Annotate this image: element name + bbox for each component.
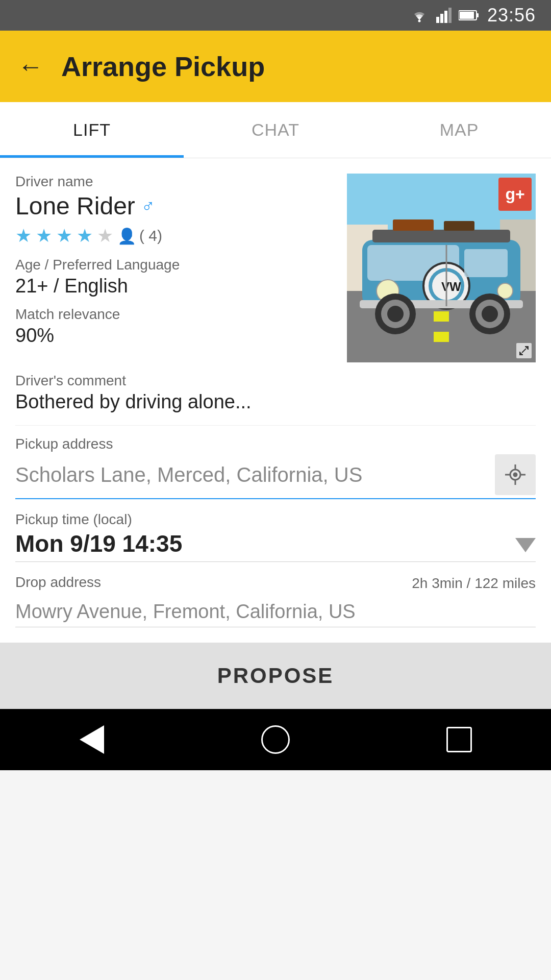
comment-label: Driver's comment — [15, 373, 536, 389]
svg-rect-4 — [448, 8, 452, 23]
svg-line-37 — [522, 349, 526, 353]
star-4: ★ — [77, 225, 93, 247]
driver-section: Driver name Lone Rider ♂ ★ ★ ★ ★ ★ 👤 ( 4… — [15, 174, 536, 362]
nav-recents-button[interactable] — [439, 719, 480, 760]
svg-rect-35 — [464, 249, 508, 277]
battery-icon — [459, 10, 479, 21]
svg-point-0 — [418, 20, 420, 22]
tab-map[interactable]: MAP — [367, 102, 551, 158]
main-content: Driver name Lone Rider ♂ ★ ★ ★ ★ ★ 👤 ( 4… — [0, 158, 551, 709]
pickup-time-section: Pickup time (local) Mon 9/19 14:35 — [15, 511, 536, 562]
drop-header-row: Drop address 2h 3min / 122 miles — [15, 574, 536, 593]
driver-name: Lone Rider — [15, 192, 135, 220]
signal-icon — [436, 8, 452, 23]
svg-rect-19 — [393, 219, 434, 231]
back-arrow-icon: ← — [18, 54, 43, 79]
pickup-address-section: Pickup address — [15, 436, 536, 499]
svg-point-43 — [514, 473, 517, 476]
drop-address-section: Drop address 2h 3min / 122 miles — [15, 574, 536, 627]
app-bar-title: Arrange Pickup — [61, 51, 265, 82]
svg-rect-7 — [460, 12, 474, 19]
svg-rect-3 — [444, 11, 447, 23]
svg-point-34 — [482, 306, 498, 322]
pickup-time-label: Pickup time (local) — [15, 511, 536, 528]
status-time: 23:56 — [487, 5, 536, 26]
nav-bar — [0, 709, 551, 770]
svg-rect-18 — [372, 230, 510, 242]
back-button[interactable]: ← — [15, 51, 46, 82]
match-label: Match relevance — [15, 306, 337, 323]
tab-chat[interactable]: CHAT — [184, 102, 367, 158]
google-plus-button[interactable]: g+ — [498, 178, 532, 211]
driver-info: Driver name Lone Rider ♂ ★ ★ ★ ★ ★ 👤 ( 4… — [15, 174, 337, 362]
svg-point-31 — [387, 306, 404, 322]
age-language-section: Age / Preferred Language 21+ / English — [15, 257, 337, 297]
tab-lift[interactable]: LIFT — [0, 102, 184, 158]
nav-recents-icon — [446, 727, 472, 752]
svg-rect-11 — [434, 311, 449, 322]
star-2: ★ — [36, 225, 52, 247]
pickup-time-value: Mon 9/19 14:35 — [15, 530, 515, 557]
age-language-label: Age / Preferred Language — [15, 257, 337, 273]
comment-text: Bothered by driving alone... — [15, 391, 536, 413]
nav-back-button[interactable] — [71, 719, 112, 760]
driver-name-row: Lone Rider ♂ — [15, 192, 337, 220]
status-icons — [410, 8, 479, 23]
app-bar: ← Arrange Pickup — [0, 31, 551, 102]
crosshair-icon — [504, 463, 527, 486]
age-language-value: 21+ / English — [15, 275, 337, 297]
match-section: Match relevance 90% — [15, 306, 337, 347]
nav-home-button[interactable] — [255, 719, 296, 760]
gender-icon: ♂ — [141, 195, 155, 217]
google-plus-icon: g+ — [505, 185, 524, 204]
address-input-row — [15, 454, 536, 499]
dropdown-arrow-icon — [515, 538, 536, 552]
distance-label: 2h 3min / 122 miles — [412, 575, 536, 592]
star-5: ★ — [97, 225, 113, 247]
pickup-address-input[interactable] — [15, 458, 495, 492]
svg-rect-12 — [434, 332, 449, 342]
propose-section: PROPOSE — [0, 643, 551, 709]
expand-icon[interactable] — [516, 343, 532, 358]
divider-1 — [15, 425, 536, 426]
time-value-row[interactable]: Mon 9/19 14:35 — [15, 530, 536, 562]
svg-rect-1 — [436, 17, 439, 23]
driver-name-label: Driver name — [15, 174, 337, 190]
location-button[interactable] — [495, 454, 536, 495]
star-1: ★ — [15, 225, 32, 247]
drop-address-input[interactable] — [15, 596, 536, 627]
nav-home-icon — [261, 725, 290, 754]
person-icon: 👤 — [117, 227, 136, 245]
nav-back-icon — [80, 725, 104, 754]
propose-button[interactable]: PROPOSE — [0, 643, 551, 709]
review-count: 👤 ( 4) — [117, 227, 162, 245]
star-3: ★ — [56, 225, 72, 247]
driver-photo-container: VW — [347, 174, 536, 362]
rating-row: ★ ★ ★ ★ ★ 👤 ( 4) — [15, 225, 337, 247]
drop-address-label: Drop address — [15, 574, 101, 591]
wifi-icon — [410, 8, 429, 23]
svg-rect-2 — [440, 14, 443, 23]
svg-rect-6 — [477, 13, 479, 17]
status-bar: 23:56 — [0, 0, 551, 31]
tabs-container: LIFT CHAT MAP — [0, 102, 551, 158]
pickup-address-label: Pickup address — [15, 436, 536, 452]
svg-rect-20 — [444, 221, 474, 231]
svg-text:VW: VW — [441, 280, 461, 293]
comment-section: Driver's comment Bothered by driving alo… — [15, 373, 536, 413]
match-value: 90% — [15, 325, 337, 347]
